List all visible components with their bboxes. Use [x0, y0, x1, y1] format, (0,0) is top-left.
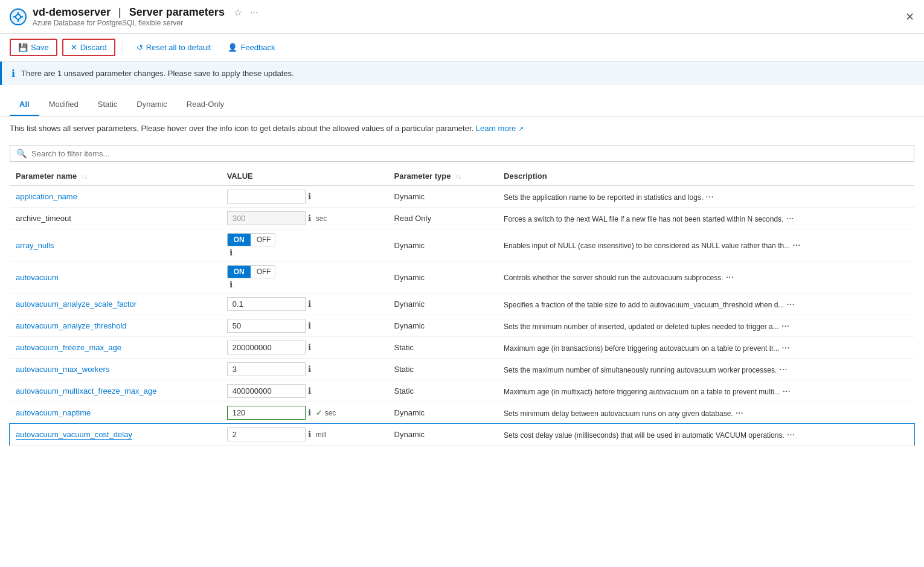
tab-dynamic[interactable]: Dynamic: [127, 95, 177, 116]
param-type-cell: Dynamic: [388, 402, 498, 424]
param-description-cell: Controls whether the server should run t…: [498, 261, 914, 293]
reset-icon: ↺: [136, 43, 143, 52]
more-options-button[interactable]: ···: [733, 408, 746, 418]
more-options-button[interactable]: ···: [790, 240, 803, 251]
tab-all[interactable]: All: [10, 95, 39, 116]
toggle-off[interactable]: OFF: [251, 266, 275, 278]
toggle-off[interactable]: OFF: [251, 234, 275, 246]
title-bar: vd-demoserver | Server parameters ☆ ··· …: [0, 0, 924, 34]
table-row: autovacuum_freeze_max_ageℹStaticMaximum …: [10, 337, 914, 359]
discard-button[interactable]: ✕ Discard: [62, 39, 115, 56]
learn-more-link[interactable]: Learn more ↗: [476, 124, 524, 133]
value-input[interactable]: [227, 211, 306, 225]
table-header-row: Parameter name ↑↓ VALUE Parameter type ↑…: [10, 167, 914, 186]
table-row: autovacuum_analyze_scale_factorℹDynamicS…: [10, 293, 914, 315]
table-row: autovacuum_naptimeℹ✓secDynamicSets minim…: [10, 402, 914, 424]
info-button[interactable]: ℹ: [306, 213, 313, 223]
feedback-button[interactable]: 👤 Feedback: [222, 40, 281, 55]
value-input[interactable]: [227, 319, 306, 333]
info-button[interactable]: ℹ: [306, 321, 313, 330]
value-input[interactable]: [227, 384, 306, 398]
description-text: Controls whether the server should run t…: [504, 274, 723, 282]
param-name-link[interactable]: autovacuum_vacuum_cost_delay: [16, 430, 132, 440]
param-name-link[interactable]: autovacuum_max_workers: [16, 365, 109, 374]
param-name-link[interactable]: autovacuum_multixact_freeze_max_age: [16, 386, 156, 396]
value-input[interactable]: [227, 362, 306, 376]
param-value-cell: ONOFFℹ: [221, 261, 388, 293]
value-input[interactable]: [227, 341, 306, 354]
star-icon[interactable]: ☆: [234, 7, 242, 18]
more-options-button[interactable]: ···: [777, 364, 789, 375]
info-button[interactable]: ℹ: [306, 342, 313, 352]
unit-label: mill: [316, 431, 327, 439]
toggle-container: ONOFF: [227, 265, 382, 278]
tabs-container: All Modified Static Dynamic Read-Only: [0, 85, 924, 117]
info-button[interactable]: ℹ: [227, 248, 235, 257]
info-button[interactable]: ℹ: [306, 386, 313, 396]
info-button[interactable]: ℹ: [306, 364, 313, 374]
more-options-button[interactable]: ···: [703, 191, 716, 202]
more-options-button[interactable]: ···: [780, 386, 793, 397]
param-name-link[interactable]: autovacuum_freeze_max_age: [16, 343, 121, 352]
info-button[interactable]: ℹ: [306, 429, 313, 439]
param-name-link[interactable]: autovacuum: [16, 273, 59, 282]
more-options-button[interactable]: ···: [784, 299, 797, 310]
info-button[interactable]: ℹ: [306, 408, 313, 417]
modified-check-icon: ✓: [316, 408, 322, 417]
param-description-cell: Sets the application name to be reported…: [498, 186, 914, 208]
param-name-link[interactable]: autovacuum_analyze_threshold: [16, 321, 127, 330]
discard-icon: ✕: [71, 43, 77, 52]
tabs: All Modified Static Dynamic Read-Only: [10, 95, 914, 116]
tab-modified[interactable]: Modified: [39, 95, 88, 116]
param-value-cell: ℹ: [221, 186, 388, 208]
title-text: vd-demoserver | Server parameters ☆ ··· …: [33, 6, 258, 27]
toggle[interactable]: ONOFF: [227, 265, 275, 278]
search-box: 🔍: [10, 145, 914, 162]
more-options-button[interactable]: ···: [779, 342, 792, 353]
table-row: archive_timeoutℹsecRead OnlyForces a swi…: [10, 208, 914, 229]
description-text: This list shows all server parameters. P…: [0, 117, 924, 140]
value-input[interactable]: [227, 297, 306, 311]
description-text: Sets the minimum number of inserted, upd…: [504, 322, 779, 331]
more-options-button[interactable]: ···: [779, 321, 792, 332]
more-options-button[interactable]: ···: [723, 272, 736, 283]
param-description-cell: Sets cost delay value (milliseconds) tha…: [498, 424, 914, 446]
col-param-name[interactable]: Parameter name ↑↓: [10, 167, 221, 186]
description-text: Specifies a fraction of the table size t…: [504, 301, 784, 309]
param-name-link[interactable]: autovacuum_analyze_scale_factor: [16, 300, 136, 309]
value-input[interactable]: [227, 428, 306, 441]
save-button[interactable]: 💾 Save: [10, 39, 57, 56]
value-input[interactable]: [227, 190, 306, 203]
search-input[interactable]: [31, 149, 908, 158]
close-button[interactable]: ✕: [905, 10, 914, 24]
more-options-button[interactable]: ···: [783, 213, 796, 224]
col-param-type[interactable]: Parameter type ↑↓: [388, 167, 498, 186]
description-text: Maximum age (in multixact) before trigge…: [504, 388, 780, 396]
param-type-cell: Dynamic: [388, 424, 498, 446]
toggle-on[interactable]: ON: [228, 234, 251, 246]
param-value-cell: ℹsec: [221, 208, 388, 229]
sort-icon-param-type[interactable]: ↑↓: [455, 173, 461, 180]
gear-icon: [10, 8, 27, 25]
sort-icon-param-name[interactable]: ↑↓: [82, 173, 88, 180]
param-description-cell: Sets the minimum number of inserted, upd…: [498, 315, 914, 337]
value-input[interactable]: [227, 406, 306, 420]
table-row: array_nullsONOFFℹDynamicEnables input of…: [10, 229, 914, 261]
param-name-link[interactable]: array_nulls: [16, 241, 54, 250]
tab-readonly[interactable]: Read-Only: [177, 95, 234, 116]
info-button[interactable]: ℹ: [306, 191, 313, 201]
tab-static[interactable]: Static: [88, 95, 127, 116]
info-button[interactable]: ℹ: [227, 280, 235, 289]
info-button[interactable]: ℹ: [306, 299, 313, 309]
param-name-link[interactable]: autovacuum_naptime: [16, 408, 91, 417]
reset-button[interactable]: ↺ Reset all to default: [130, 40, 217, 55]
info-message: There are 1 unsaved parameter changes. P…: [21, 69, 294, 78]
param-value-cell: ℹ: [221, 380, 388, 402]
toggle[interactable]: ONOFF: [227, 233, 275, 246]
more-dots-icon[interactable]: ···: [250, 7, 258, 18]
param-value-cell: ℹ✓sec: [221, 402, 388, 424]
toggle-on[interactable]: ON: [228, 266, 251, 278]
param-type-cell: Dynamic: [388, 293, 498, 315]
more-options-button[interactable]: ···: [784, 429, 797, 440]
param-name-link[interactable]: application_name: [16, 192, 77, 201]
